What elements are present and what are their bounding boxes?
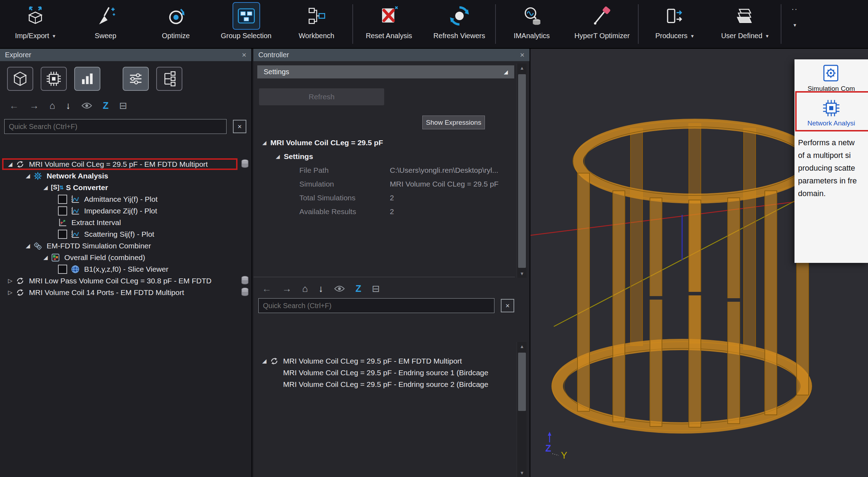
- dropdown-caret-icon[interactable]: ▾: [53, 33, 55, 39]
- source-tree-row-3[interactable]: MRI Volume Coil CLeg = 29.5 pF - Endring…: [253, 378, 515, 390]
- tree-item-label: B1(x,y,z,f0) - Slice Viewer: [84, 265, 168, 273]
- expanded-caret-icon[interactable]: ◢: [23, 242, 33, 249]
- toolbar-item-label: Imp/Export: [15, 32, 49, 40]
- collapsed-caret-icon[interactable]: ▷: [5, 289, 16, 296]
- analysis-view-button[interactable]: [74, 67, 100, 91]
- property-value: C:\Users\yongli.ren\Desktop\ryl...: [390, 166, 498, 175]
- expanded-caret-icon[interactable]: ◢: [23, 172, 33, 179]
- show-expressions-button[interactable]: Show Expressions: [422, 116, 485, 129]
- expanded-caret-icon[interactable]: ◢: [258, 140, 270, 146]
- tree-row-b1-x-y-z-f0-slice-viewer[interactable]: B1(x,y,z,f0) - Slice Viewer: [0, 263, 251, 275]
- checkbox[interactable]: [58, 265, 67, 274]
- home-icon[interactable]: ⌂: [302, 284, 308, 294]
- down-arrow-icon[interactable]: ↓: [318, 284, 323, 294]
- scrollbar-thumb[interactable]: [518, 353, 526, 411]
- down-arrow-icon[interactable]: ↓: [66, 101, 71, 111]
- forward-arrow-icon[interactable]: →: [282, 284, 292, 294]
- source-tree-row-2[interactable]: MRI Volume Coil CLeg = 29.5 pF - Endring…: [253, 367, 515, 378]
- toolbar-item-workbench[interactable]: Workbench: [281, 0, 352, 48]
- controller-header: Controller ×: [253, 49, 529, 61]
- toolbar-item-reset-analysis[interactable]: Reset Analysis: [354, 0, 424, 48]
- tree-row-network-analysis[interactable]: ◢Network Analysis: [0, 170, 251, 182]
- expanded-caret-icon[interactable]: ◢: [40, 254, 51, 261]
- tree-row-scattering-sij-f-plot[interactable]: Scattering Sij(f) - Plot: [0, 228, 251, 240]
- close-icon[interactable]: ×: [242, 51, 246, 59]
- tree-view-button[interactable]: [156, 67, 182, 91]
- scroll-down-button[interactable]: ▼: [517, 269, 527, 278]
- filter-view-button[interactable]: [123, 67, 149, 91]
- z-order-icon[interactable]: Z: [103, 101, 109, 111]
- eye-icon[interactable]: [334, 284, 345, 293]
- scroll-up-button[interactable]: ▲: [517, 64, 527, 72]
- forward-arrow-icon[interactable]: →: [29, 101, 39, 111]
- expanded-caret-icon[interactable]: ◢: [5, 161, 16, 167]
- property-label: Simulation: [299, 180, 390, 188]
- toolbar-item-optimize[interactable]: Optimize: [141, 0, 211, 48]
- home-icon[interactable]: ⌂: [49, 101, 55, 111]
- z-order-icon[interactable]: Z: [356, 284, 362, 294]
- scrollbar[interactable]: ▲ ▼: [517, 64, 527, 278]
- toolbar-item-group-selection[interactable]: Group Selection: [211, 0, 281, 48]
- source-tree-row-1[interactable]: ◢MRI Volume Coil CLeg = 29.5 pF - EM FDT…: [253, 355, 515, 367]
- toolbar-item-sweep[interactable]: Sweep: [70, 0, 141, 48]
- expanded-caret-icon[interactable]: ◢: [272, 153, 284, 160]
- tree-row-extract-interval[interactable]: Extract Interval: [0, 217, 251, 228]
- optimize-icon: [162, 2, 190, 30]
- tree-row-mri-volume-coil-cleg-29-5-pf-em-fdtd-multiport[interactable]: ◢MRI Volume Coil CLeg = 29.5 pF - EM FDT…: [0, 158, 251, 170]
- tree-row-mri-low-pass-volume-coil-cleg-30-8-pf-em-fdtd[interactable]: ▷MRI Low Pass Volume Coil CLeg = 30.8 pF…: [0, 275, 251, 287]
- toolbar-item-user-defined[interactable]: User Defined▾: [710, 0, 780, 48]
- refresh-button[interactable]: Refresh: [259, 88, 384, 105]
- checkbox[interactable]: [58, 230, 67, 239]
- back-arrow-icon[interactable]: ←: [9, 101, 19, 111]
- collapse-all-icon[interactable]: ⊟: [119, 101, 127, 111]
- back-arrow-icon[interactable]: ←: [262, 284, 271, 294]
- close-icon[interactable]: ×: [520, 51, 524, 59]
- toolbar-item-producers[interactable]: Producers▾: [639, 0, 710, 48]
- scroll-down-button[interactable]: ▼: [517, 469, 527, 477]
- chip-view-icon: [45, 70, 63, 88]
- collapse-all-icon[interactable]: ⊟: [372, 284, 380, 294]
- controller-nav-row: ←→⌂↓Z⊟: [262, 280, 380, 297]
- property-root-label: MRI Volume Coil CLeg = 29.5 pF: [270, 139, 383, 147]
- tree-row-mri-volume-coil-14-ports-em-fdtd-multiport[interactable]: ▷MRI Volume Coil 14 Ports - EM FDTD Mult…: [0, 287, 251, 298]
- clear-search-button[interactable]: ×: [501, 299, 514, 312]
- scroll-up-button[interactable]: ▲: [517, 342, 527, 351]
- expanded-caret-icon[interactable]: ◢: [259, 358, 270, 364]
- tool-item-simulation-com[interactable]: Simulation Com: [794, 59, 868, 93]
- model-view-button[interactable]: [7, 67, 33, 91]
- scrollbar[interactable]: ▲ ▼: [517, 342, 527, 477]
- expanded-caret-icon[interactable]: ◢: [40, 184, 51, 191]
- user-defined-icon: [731, 2, 759, 30]
- simulation-view-button[interactable]: [41, 67, 67, 91]
- controller-search-input[interactable]: [258, 298, 494, 313]
- explorer-search-input[interactable]: [4, 119, 227, 134]
- tree-row-admittance-yij-f-plot[interactable]: Admittance Yij(f) - Plot: [0, 193, 251, 205]
- dropdown-caret-icon[interactable]: ▾: [691, 33, 694, 39]
- dropdown-caret-icon[interactable]: ▾: [766, 33, 769, 39]
- toolbar-item-hypert-optimizer[interactable]: HyperT Optimizer: [567, 0, 637, 48]
- workbench-icon: [303, 2, 330, 30]
- checkbox[interactable]: [58, 195, 67, 204]
- eye-icon[interactable]: [81, 101, 92, 110]
- tree-row-s-converter[interactable]: ◢[S]⇅S Converter: [0, 182, 251, 193]
- toolbar-item-refresh-viewers[interactable]: Refresh Viewers: [424, 0, 494, 48]
- tool-item-network-analysi[interactable]: Network Analysi: [794, 93, 868, 127]
- tree-row-em-fdtd-simulation-combiner[interactable]: ◢EM-FDTD Simulation Combiner: [0, 240, 251, 252]
- collapsed-caret-icon[interactable]: ▷: [5, 277, 16, 284]
- overflow-dots: ..: [792, 3, 798, 12]
- toolbar-item-imp-export[interactable]: Imp/Export▾: [0, 0, 70, 48]
- clear-search-button[interactable]: ×: [233, 120, 246, 133]
- property-group-row[interactable]: ◢Settings: [253, 149, 515, 163]
- scrollbar-thumb[interactable]: [518, 74, 526, 268]
- toolbar-overflow-button[interactable]: ..▾: [782, 0, 808, 48]
- combiner-icon: [33, 241, 45, 251]
- overflow-caret-icon[interactable]: ▾: [793, 22, 796, 28]
- property-root-row[interactable]: ◢MRI Volume Coil CLeg = 29.5 pF: [253, 136, 515, 149]
- property-value: 2: [390, 207, 394, 216]
- toolbar-item-imanalytics[interactable]: IMAnalytics: [497, 0, 567, 48]
- tree-row-overall-field-combined[interactable]: ◢Overall Field (combined): [0, 252, 251, 263]
- tree-row-impedance-zij-f-plot[interactable]: Impedance Zij(f) - Plot: [0, 205, 251, 217]
- settings-section-header[interactable]: Settings ◢: [257, 65, 514, 78]
- checkbox[interactable]: [58, 206, 67, 216]
- tool-item-list: Simulation ComNetwork Analysi: [794, 59, 868, 127]
